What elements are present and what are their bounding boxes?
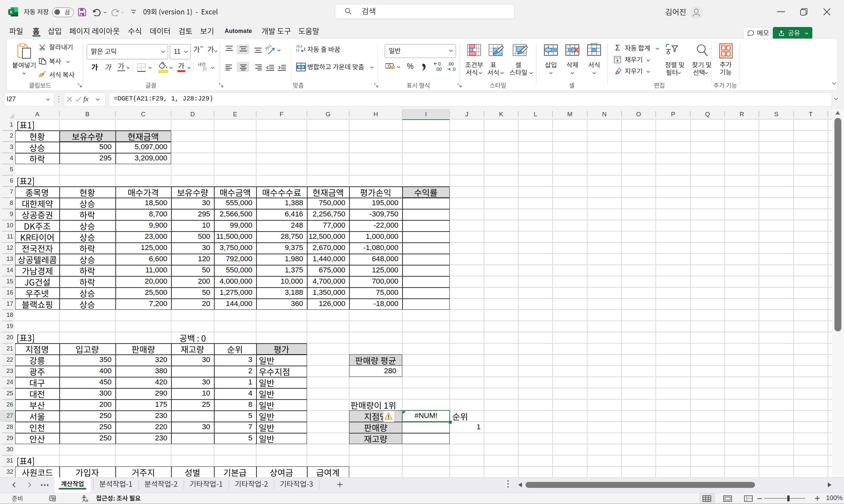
svg-text:0: 0 — [438, 62, 441, 67]
svg-text:.00: .00 — [435, 67, 442, 72]
svg-text:X: X — [10, 10, 13, 15]
svg-text:.00: .00 — [447, 62, 454, 67]
svg-text:.0: .0 — [452, 67, 455, 72]
